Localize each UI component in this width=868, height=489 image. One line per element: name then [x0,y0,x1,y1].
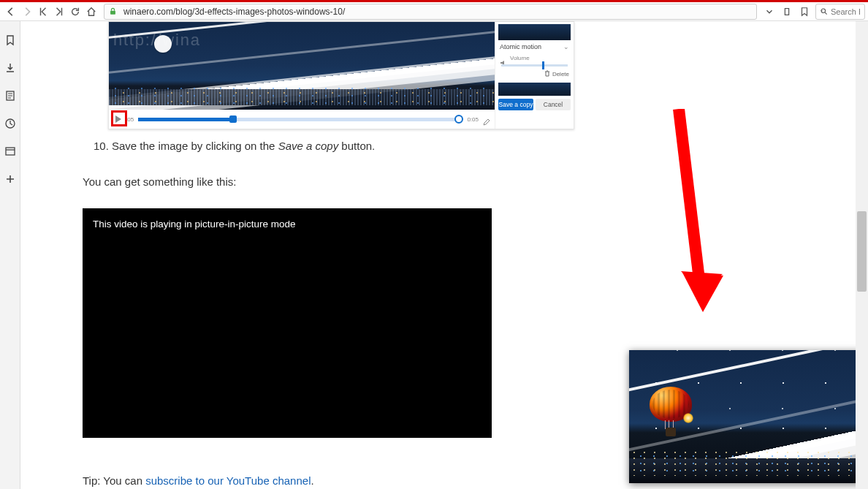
history-icon[interactable] [4,118,16,129]
vertical-scrollbar[interactable] [856,21,868,489]
svg-rect-1 [785,8,788,15]
step-text-a: Save the image by clicking on the [112,140,278,152]
page-viewport: http://wina :05 0:05 [20,21,868,489]
url-input[interactable] [121,7,756,17]
lock-icon [104,7,121,15]
subscribe-link[interactable]: subscribe to our YouTube channel [145,474,311,487]
notes-icon[interactable] [4,90,16,102]
chevron-down-icon: ⌄ [563,43,569,50]
bookmarks-icon[interactable] [4,34,16,46]
screenshot-sidepanel: Atomic motion ⌄ Volume Delete Save a c [495,22,574,129]
search-input[interactable] [831,7,860,16]
article-column: http://wina :05 0:05 [83,21,696,489]
screenshot-preview-pane: http://wina :05 0:05 [109,22,495,129]
article-step-10: Save the image by clicking on the Save a… [112,140,696,152]
effect-label: Atomic motion [500,43,541,50]
tip-suffix: . [311,474,313,487]
reload-button[interactable] [67,4,83,20]
screenshot-3d-marker [154,35,172,53]
window-panel-icon[interactable] [4,145,16,157]
svg-rect-5 [6,148,15,155]
svg-point-2 [821,9,826,13]
article-paragraph-result: You can get something like this: [83,174,696,191]
back-button[interactable] [3,4,19,20]
svg-rect-0 [110,11,115,15]
annotation-red-highlight [111,110,127,126]
trash-icon [544,70,550,78]
tip-prefix: Tip: You can [83,474,145,487]
bookmark-page-icon[interactable] [796,4,812,20]
pip-message: This video is playing in picture-in-pict… [93,219,296,230]
sidepanel-delete-row: Delete [495,68,574,80]
home-button[interactable] [83,4,99,20]
browser-sidebar [0,21,20,489]
article-screenshot-app: http://wina :05 0:05 [108,21,574,129]
volume-icon [500,56,507,61]
add-panel-icon[interactable] [4,173,16,185]
volume-slider [501,64,568,67]
forward-button[interactable] [19,4,35,20]
playbar-slider [138,118,462,121]
embedded-video[interactable]: This video is playing in picture-in-pict… [83,208,492,438]
address-bar[interactable] [104,4,757,20]
stop-marker-icon[interactable] [779,4,795,20]
step-text-b: button. [338,140,375,152]
step-command-em: Save a copy [278,140,339,152]
downloads-icon[interactable] [4,62,16,74]
pip-flare [683,413,693,423]
sidepanel-large-thumb [498,83,571,96]
search-box[interactable] [815,4,865,20]
sidepanel-thumb [498,24,571,40]
scrollbar-thumb[interactable] [857,211,867,292]
rewind-button[interactable] [35,4,51,20]
sidepanel-effect-row: Atomic motion ⌄ [495,40,574,53]
delete-label: Delete [552,71,569,77]
edit-icon [483,115,490,123]
dropdown-marker-icon[interactable] [761,4,777,20]
fastforward-button[interactable] [51,4,67,20]
article-tip-line: Tip: You can subscribe to our YouTube ch… [83,473,696,490]
volume-label: Volume [510,55,530,61]
screenshot-playbar: :05 0:05 [109,110,495,129]
article-step-list: Save the image by clicking on the Save a… [112,140,696,152]
save-a-copy-button: Save a copy [498,99,533,110]
playbar-time-end: 0:05 [467,116,479,123]
cancel-button-shot: Cancel [536,99,571,110]
search-icon [816,7,831,15]
browser-toolbar [0,2,868,21]
pip-floating-window[interactable] [629,350,865,483]
